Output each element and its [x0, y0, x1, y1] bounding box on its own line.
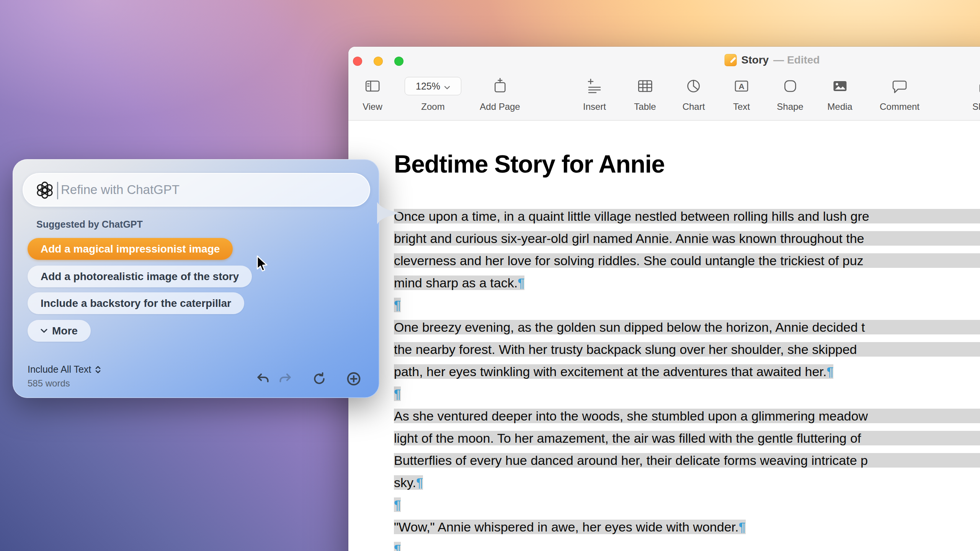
- document-heading[interactable]: Bedtime Story for Annie: [394, 149, 980, 179]
- toolbar-view-label: View: [363, 101, 382, 112]
- pilcrow-mark: ¶: [738, 520, 745, 534]
- document-body[interactable]: Once upon a time, in a quaint little vil…: [394, 205, 980, 551]
- story-empty-line[interactable]: ¶: [394, 383, 980, 405]
- chatgpt-logo-icon: [35, 181, 54, 200]
- more-suggestions-button[interactable]: More: [28, 320, 91, 342]
- window-title-group: Story — Edited: [725, 54, 820, 66]
- toolbar-add-page-label: Add Page: [480, 101, 520, 112]
- chevron-down-icon: [41, 329, 47, 333]
- svg-text:A: A: [738, 82, 744, 91]
- fullscreen-window-button[interactable]: [394, 57, 403, 66]
- chatgpt-refine-panel: Suggested by ChatGPT Add a magical impre…: [13, 159, 379, 398]
- text-scope-selector[interactable]: Include All Text: [28, 364, 101, 375]
- pages-window: Story — Edited View 125% Zoom Add Page: [348, 47, 980, 551]
- redo-icon: [278, 372, 292, 386]
- story-line[interactable]: One breezy evening, as the golden sun di…: [394, 316, 980, 338]
- zoom-value: 125%: [416, 81, 440, 92]
- media-photo-icon: [831, 77, 849, 95]
- scope-label: Include All Text: [28, 364, 91, 375]
- view-sidebar-icon: [363, 77, 382, 95]
- toolbar-zoom-label: Zoom: [421, 101, 444, 112]
- story-line[interactable]: "Wow," Annie whispered in awe, her eyes …: [394, 516, 980, 538]
- toolbar-share-label: Share: [972, 101, 980, 112]
- toolbar-insert-button[interactable]: Insert: [583, 77, 606, 112]
- retry-button[interactable]: [310, 370, 328, 388]
- pages-document-icon: [725, 54, 737, 66]
- undo-button[interactable]: [254, 370, 272, 388]
- retry-icon: [312, 372, 327, 386]
- story-line[interactable]: cleverness and her love for solving ridd…: [394, 249, 980, 272]
- minimize-window-button[interactable]: [374, 57, 383, 66]
- pilcrow-mark: ¶: [826, 364, 833, 379]
- story-empty-line[interactable]: ¶: [394, 494, 980, 516]
- toolbar-comment-label: Comment: [880, 101, 920, 112]
- refine-input-container: [23, 173, 370, 207]
- chevron-down-icon: [444, 81, 450, 92]
- pilcrow-mark: ¶: [394, 542, 401, 551]
- plus-circle-icon: [346, 371, 361, 386]
- story-empty-line[interactable]: ¶: [394, 538, 980, 551]
- toolbar-table-label: Table: [634, 101, 656, 112]
- toolbar-add-page-button[interactable]: Add Page: [480, 77, 520, 112]
- compose-add-button[interactable]: [345, 370, 363, 388]
- story-line[interactable]: Once upon a time, in a quaint little vil…: [394, 205, 980, 227]
- suggested-by-label: Suggested by ChatGPT: [36, 219, 143, 230]
- pilcrow-mark: ¶: [394, 298, 401, 312]
- pilcrow-mark: ¶: [416, 475, 423, 490]
- window-chrome: Story — Edited View 125% Zoom Add Page: [348, 47, 980, 121]
- toolbar-insert-label: Insert: [583, 101, 606, 112]
- window-title: Story: [742, 54, 769, 66]
- add-page-icon: [491, 77, 509, 95]
- more-label: More: [52, 325, 78, 337]
- story-line[interactable]: mind sharp as a tack.¶: [394, 272, 980, 294]
- undo-icon: [256, 372, 270, 386]
- story-line[interactable]: the nearby forest. With her trusty backp…: [394, 338, 980, 360]
- panel-tail: [376, 202, 402, 224]
- story-line[interactable]: Butterflies of every hue danced around h…: [394, 449, 980, 471]
- text-box-icon: A: [732, 77, 751, 95]
- chart-pie-icon: [684, 77, 703, 95]
- toolbar-text-label: Text: [733, 101, 750, 112]
- toolbar-shape-button[interactable]: Shape: [777, 77, 803, 112]
- toolbar-chart-label: Chart: [683, 101, 705, 112]
- traffic-lights: [353, 57, 403, 66]
- pilcrow-mark: ¶: [394, 386, 401, 401]
- shape-icon: [781, 77, 799, 95]
- story-line[interactable]: sky.¶: [394, 471, 980, 494]
- pilcrow-mark: ¶: [518, 276, 524, 290]
- toolbar-shape-label: Shape: [777, 101, 803, 112]
- suggestion-photorealistic-image[interactable]: Add a photorealistic image of the story: [28, 266, 252, 287]
- chevron-up-down-icon: [95, 365, 101, 374]
- story-line[interactable]: As she ventured deeper into the woods, s…: [394, 405, 980, 427]
- refine-input[interactable]: [61, 174, 359, 206]
- desktop: { "colors": { "accent_orange": "#f49a2e"…: [0, 0, 980, 551]
- redo-button[interactable]: [276, 370, 294, 388]
- suggestion-magical-impressionist-image[interactable]: Add a magical impressionist image: [28, 238, 233, 260]
- toolbar-view-button[interactable]: View: [363, 77, 382, 112]
- story-line[interactable]: bright and curious six-year-old girl nam…: [394, 227, 980, 249]
- zoom-dropdown[interactable]: 125%: [405, 77, 461, 95]
- insert-icon: [585, 77, 604, 95]
- toolbar-zoom-control: 125% Zoom: [405, 77, 461, 112]
- close-window-button[interactable]: [353, 57, 362, 66]
- story-line[interactable]: path, her eyes twinkling with excitement…: [394, 360, 980, 383]
- toolbar-table-button[interactable]: Table: [634, 77, 656, 112]
- text-caret: [57, 182, 58, 199]
- toolbar-media-button[interactable]: Media: [827, 77, 852, 112]
- pilcrow-mark: ¶: [394, 497, 401, 512]
- toolbar-text-button[interactable]: A Text: [732, 77, 751, 112]
- suggestion-caterpillar-backstory[interactable]: Include a backstory for the caterpillar: [28, 292, 244, 314]
- toolbar-chart-button[interactable]: Chart: [683, 77, 705, 112]
- table-icon: [636, 77, 654, 95]
- word-count: 585 words: [28, 378, 70, 389]
- story-line[interactable]: light of the moon. To her amazement, the…: [394, 427, 980, 449]
- story-empty-line[interactable]: ¶: [394, 294, 980, 316]
- share-icon: [975, 77, 980, 95]
- window-title-edited: — Edited: [773, 54, 820, 66]
- toolbar-comment-button[interactable]: Comment: [880, 77, 920, 112]
- toolbar-media-label: Media: [827, 101, 852, 112]
- document-canvas[interactable]: Bedtime Story for Annie Once upon a time…: [348, 121, 980, 551]
- toolbar-share-button[interactable]: Share: [972, 77, 980, 112]
- comment-bubble-icon: [890, 77, 909, 95]
